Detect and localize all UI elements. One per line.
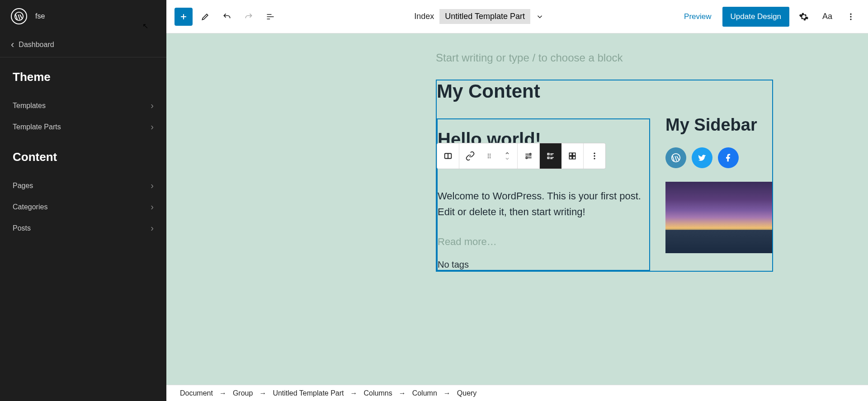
- breadcrumb-separator-icon: →: [399, 389, 406, 397]
- svg-rect-17: [573, 153, 576, 156]
- block-placeholder[interactable]: Start writing or type / to choose a bloc…: [436, 52, 868, 64]
- sidebar-widget-area[interactable]: My Sidebar: [665, 115, 774, 253]
- add-block-button[interactable]: [175, 8, 193, 26]
- svg-point-1: [850, 13, 851, 14]
- read-more-link[interactable]: Read more…: [438, 236, 649, 248]
- breadcrumb-item[interactable]: Column: [412, 389, 437, 397]
- sidebar-item-categories[interactable]: Categories: [0, 196, 166, 217]
- query-block[interactable]: Hello world! March 1, 2021 Welcome to Wo…: [437, 118, 650, 271]
- post-excerpt[interactable]: Welcome to WordPress. This is your first…: [438, 188, 649, 220]
- svg-point-13: [526, 157, 527, 159]
- sidebar-section-content: Content: [0, 137, 166, 175]
- svg-point-22: [594, 158, 595, 159]
- breadcrumb-item[interactable]: Document: [180, 389, 213, 397]
- svg-point-10: [488, 157, 489, 158]
- social-twitter-icon[interactable]: [692, 147, 712, 168]
- svg-point-2: [850, 16, 851, 17]
- svg-rect-18: [569, 156, 572, 159]
- block-toolbar: [437, 143, 606, 169]
- grid-layout-button[interactable]: [561, 143, 583, 169]
- svg-point-3: [850, 19, 851, 20]
- post-tags[interactable]: No tags: [438, 259, 649, 270]
- chevron-left-icon: [11, 39, 14, 51]
- chevron-right-icon: [151, 122, 154, 132]
- more-options-button[interactable]: [842, 8, 860, 26]
- template-part-name: Untitled Template Part: [439, 9, 530, 24]
- block-mover: [499, 151, 515, 161]
- social-facebook-icon[interactable]: [718, 147, 739, 168]
- update-design-button[interactable]: Update Design: [722, 7, 789, 27]
- sidebar-section-theme: Theme: [0, 57, 166, 95]
- sidebar-header: fse: [0, 0, 166, 33]
- sidebar-item-label: Pages: [13, 182, 33, 190]
- chevron-right-icon: [151, 202, 154, 212]
- select-parent-button[interactable]: [461, 143, 479, 169]
- svg-rect-16: [569, 153, 572, 156]
- topbar-document-title[interactable]: Index Untitled Template Part: [283, 9, 675, 24]
- breadcrumb-separator-icon: →: [219, 389, 226, 397]
- undo-button[interactable]: [218, 8, 236, 26]
- styles-button[interactable]: Aa: [818, 8, 836, 26]
- svg-point-11: [490, 157, 491, 158]
- breadcrumb-item[interactable]: Untitled Template Part: [273, 389, 344, 397]
- block-breadcrumb: Document → Group → Untitled Template Par…: [166, 385, 868, 401]
- chevron-right-icon: [151, 100, 154, 111]
- breadcrumb-separator-icon: →: [350, 389, 358, 397]
- sidebar-widget-title[interactable]: My Sidebar: [665, 115, 774, 136]
- edit-tool-button[interactable]: [196, 8, 214, 26]
- admin-sidebar: fse Dashboard Theme Templates Template P…: [0, 0, 166, 401]
- social-wordpress-icon[interactable]: [665, 147, 686, 168]
- sidebar-item-templates[interactable]: Templates: [0, 95, 166, 116]
- chevron-right-icon: [151, 180, 154, 191]
- svg-point-12: [530, 153, 531, 155]
- editor-main: Index Untitled Template Part Preview Upd…: [166, 0, 868, 401]
- display-settings-button[interactable]: [518, 143, 539, 169]
- content-heading[interactable]: My Content: [437, 80, 772, 108]
- section-title-content: Content: [13, 150, 154, 164]
- sidebar-item-label: Templates: [13, 102, 46, 110]
- svg-rect-14: [547, 153, 549, 155]
- list-layout-button[interactable]: [540, 143, 561, 169]
- sidebar-item-posts[interactable]: Posts: [0, 217, 166, 239]
- back-label: Dashboard: [19, 41, 54, 49]
- breadcrumb-separator-icon: →: [443, 389, 451, 397]
- list-view-button[interactable]: [261, 8, 279, 26]
- svg-point-8: [488, 156, 489, 156]
- social-links: [665, 147, 774, 168]
- move-up-button[interactable]: [499, 151, 515, 156]
- drag-handle-icon[interactable]: [481, 143, 497, 169]
- breadcrumb-item[interactable]: Query: [457, 389, 477, 397]
- breadcrumb-item[interactable]: Group: [233, 389, 253, 397]
- site-title: fse: [35, 12, 45, 20]
- back-to-dashboard[interactable]: Dashboard: [0, 33, 166, 57]
- sidebar-item-template-parts[interactable]: Template Parts: [0, 116, 166, 137]
- svg-point-7: [490, 154, 491, 155]
- settings-button[interactable]: [795, 8, 813, 26]
- doc-index-label: Index: [414, 12, 434, 21]
- breadcrumb-item[interactable]: Columns: [364, 389, 392, 397]
- svg-point-20: [594, 153, 595, 154]
- section-title-theme: Theme: [13, 70, 154, 84]
- sidebar-item-pages[interactable]: Pages: [0, 175, 166, 196]
- editor-canvas[interactable]: Start writing or type / to choose a bloc…: [166, 33, 868, 401]
- breadcrumb-separator-icon: →: [259, 389, 266, 397]
- redo-button[interactable]: [240, 8, 258, 26]
- svg-point-21: [594, 155, 595, 156]
- chevron-down-icon: [536, 13, 544, 21]
- wordpress-logo-icon[interactable]: [11, 8, 27, 24]
- editor-topbar: Index Untitled Template Part Preview Upd…: [166, 0, 868, 33]
- chevron-right-icon: [151, 223, 154, 233]
- svg-point-9: [490, 156, 491, 156]
- block-type-button[interactable]: [437, 143, 459, 169]
- preview-button[interactable]: Preview: [679, 9, 717, 25]
- sidebar-item-label: Categories: [13, 203, 47, 211]
- svg-point-6: [488, 154, 489, 155]
- svg-rect-19: [573, 156, 576, 159]
- sidebar-image[interactable]: [665, 182, 772, 253]
- sidebar-item-label: Posts: [13, 224, 31, 232]
- svg-rect-15: [547, 157, 549, 159]
- sidebar-item-label: Template Parts: [13, 123, 61, 131]
- move-down-button[interactable]: [499, 156, 515, 161]
- block-more-options-button[interactable]: [584, 143, 605, 169]
